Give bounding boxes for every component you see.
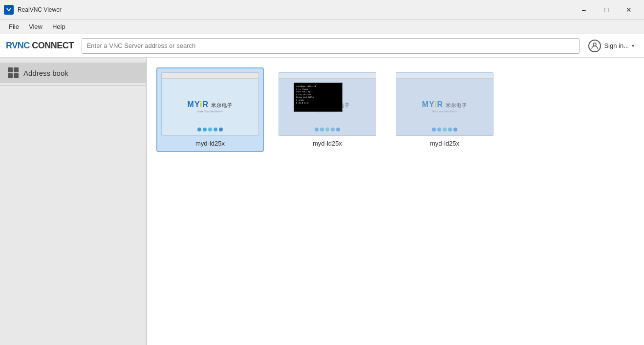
toolbar: RVNC CONNECT Sign in... ▾	[0, 34, 644, 58]
card-label-2: myd-ld25x	[279, 140, 376, 147]
dropdown-arrow-icon: ▾	[632, 43, 634, 48]
content-area: MYiR 米尔电子 Make Your Idea Real™ myd-ld25x	[147, 58, 644, 345]
menu-view[interactable]: View	[24, 21, 47, 32]
card-label-3: myd-ld25x	[396, 140, 494, 147]
vnc-card-3[interactable]: MYiR 米尔电子 Make Your Idea Real™ myd-ld25x	[391, 67, 498, 152]
thumbnail-3: MYiR 米尔电子 Make Your Idea Real™	[396, 72, 494, 136]
menu-bar: File View Help	[0, 20, 644, 34]
vnc-card-2[interactable]: MYiR 米尔电子 Make Your Idea Real™ root@myd-…	[274, 67, 381, 152]
vnc-card-1[interactable]: MYiR 米尔电子 Make Your Idea Real™ myd-ld25x	[156, 67, 264, 152]
sidebar-item-address-book[interactable]: Address book	[0, 63, 146, 83]
menu-file[interactable]: File	[4, 21, 24, 32]
svg-rect-0	[5, 6, 12, 13]
close-button[interactable]: ✕	[618, 0, 640, 20]
sign-in-label: Sign in...	[604, 42, 629, 49]
main-layout: Address book MYiR 米尔电子 Make Your Idea Re…	[0, 58, 644, 345]
sidebar-item-label: Address book	[23, 69, 68, 77]
thumbnail-2: MYiR 米尔电子 Make Your Idea Real™ root@myd-…	[279, 72, 376, 136]
svg-point-1	[593, 43, 596, 46]
search-input[interactable]	[82, 38, 580, 54]
sign-in-area[interactable]: Sign in... ▾	[584, 38, 638, 54]
vnc-connect-logo: RVNC CONNECT	[6, 41, 74, 51]
app-icon	[4, 5, 14, 15]
menu-help[interactable]: Help	[47, 21, 70, 32]
user-icon	[588, 40, 601, 52]
maximize-button[interactable]: □	[595, 0, 618, 20]
grid-icon	[8, 67, 19, 78]
card-label-1: myd-ld25x	[161, 140, 259, 147]
sidebar: Address book	[0, 58, 147, 345]
thumbnail-1: MYiR 米尔电子 Make Your Idea Real™	[161, 72, 259, 136]
sidebar-divider	[0, 85, 146, 86]
title-bar: RealVNC Viewer – □ ✕	[0, 0, 644, 20]
minimize-button[interactable]: –	[573, 0, 595, 20]
terminal-overlay: root@myd-ld25x:~# $ ls /home user root m…	[294, 83, 343, 112]
window-controls: – □ ✕	[573, 0, 640, 20]
app-title: RealVNC Viewer	[18, 6, 573, 13]
